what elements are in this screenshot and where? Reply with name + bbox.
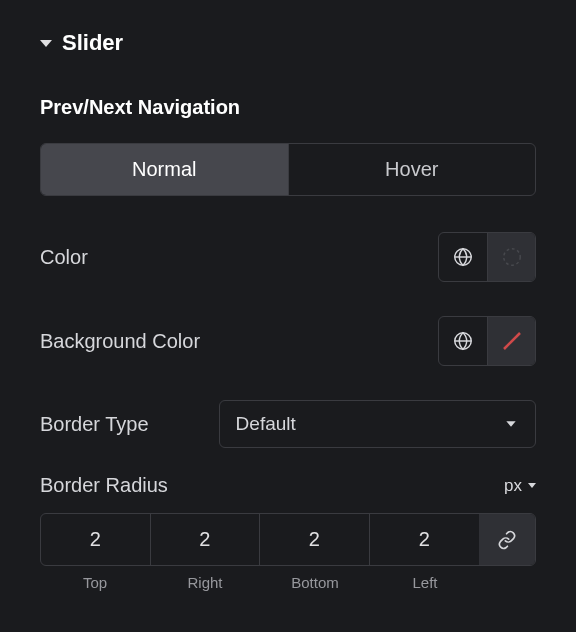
no-color-icon	[500, 329, 524, 353]
border-type-label: Border Type	[40, 413, 149, 436]
border-radius-unit: px	[504, 476, 522, 496]
border-radius-labels: Top Right Bottom Left	[40, 574, 536, 591]
background-color-label: Background Color	[40, 330, 200, 353]
border-radius-right-label: Right	[150, 574, 260, 591]
section-header[interactable]: Slider	[40, 30, 536, 56]
color-swatch-button[interactable]	[487, 233, 535, 281]
border-radius-left-input[interactable]	[370, 514, 480, 565]
border-radius-top-input[interactable]	[41, 514, 151, 565]
background-color-control	[438, 316, 536, 366]
background-color-row: Background Color	[40, 316, 536, 366]
border-radius-label: Border Radius	[40, 474, 168, 497]
border-radius-top-label: Top	[40, 574, 150, 591]
border-type-select[interactable]: Default	[219, 400, 536, 448]
border-radius-bottom-label: Bottom	[260, 574, 370, 591]
color-label: Color	[40, 246, 88, 269]
color-global-button[interactable]	[439, 233, 487, 281]
background-color-global-button[interactable]	[439, 317, 487, 365]
color-row: Color	[40, 232, 536, 282]
subsection-title: Prev/Next Navigation	[40, 96, 536, 119]
color-control	[438, 232, 536, 282]
globe-icon	[452, 246, 474, 268]
link-icon	[497, 530, 517, 550]
svg-line-3	[504, 333, 520, 349]
border-radius-link-button[interactable]	[479, 514, 535, 565]
background-color-swatch-button[interactable]	[487, 317, 535, 365]
chevron-down-icon	[528, 483, 536, 488]
border-radius-left-label: Left	[370, 574, 480, 591]
border-radius-right-input[interactable]	[151, 514, 261, 565]
color-empty-icon	[501, 246, 523, 268]
state-tabs: Normal Hover	[40, 143, 536, 196]
border-type-row: Border Type Default	[40, 400, 536, 448]
tab-hover[interactable]: Hover	[288, 144, 536, 195]
tab-normal[interactable]: Normal	[41, 144, 288, 195]
caret-down-icon	[40, 40, 52, 47]
chevron-down-icon	[503, 416, 519, 432]
section-title: Slider	[62, 30, 123, 56]
border-radius-unit-select[interactable]: px	[504, 476, 536, 496]
border-type-value: Default	[236, 413, 296, 435]
border-radius-inputs	[40, 513, 536, 566]
border-radius-header: Border Radius px	[40, 474, 536, 497]
globe-icon	[452, 330, 474, 352]
svg-point-1	[503, 249, 520, 266]
border-radius-bottom-input[interactable]	[260, 514, 370, 565]
